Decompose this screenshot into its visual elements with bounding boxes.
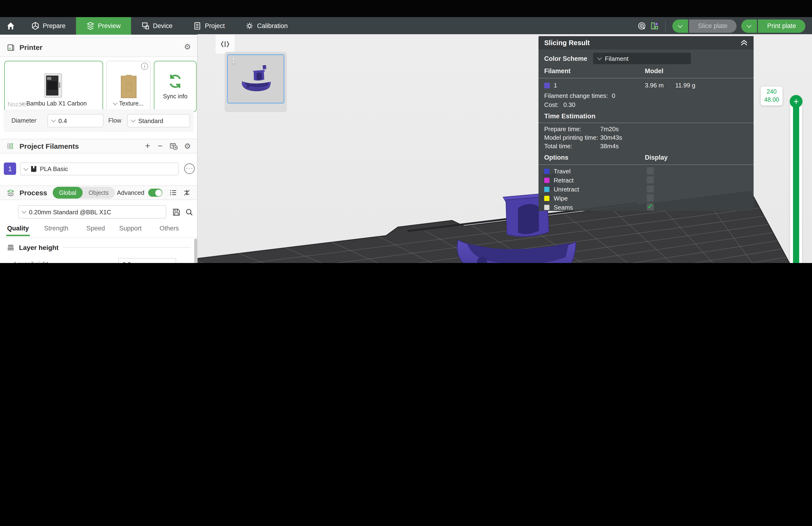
compare-settings-icon[interactable] — [183, 189, 191, 197]
filament-column-header: Filament — [544, 68, 570, 75]
time-value: 38m4s — [600, 143, 619, 150]
tab-preview[interactable]: Preview — [76, 17, 131, 35]
slice-plate-button[interactable]: Slice plate — [689, 19, 737, 32]
filament-spool-icon — [31, 166, 37, 172]
process-tab-support[interactable]: Support — [119, 225, 142, 232]
chevron-down-icon — [747, 23, 752, 28]
layer-slider-top-handle[interactable]: + — [790, 95, 802, 108]
add-filament-button[interactable]: + — [145, 141, 150, 151]
print-plate-label: Print plate — [767, 22, 796, 29]
sync-info-card[interactable]: Sync info — [154, 61, 197, 112]
sync-icon — [167, 73, 183, 89]
display-header: Display — [645, 154, 668, 161]
remove-filament-button[interactable]: − — [158, 141, 163, 151]
chevron-down-icon — [131, 118, 135, 122]
wipe-swatch — [544, 196, 549, 201]
slice-plate-dropdown[interactable] — [672, 19, 688, 32]
process-section-title: Process — [19, 189, 47, 197]
tab-project[interactable]: Project — [183, 17, 235, 35]
total-time-row: Total time: 38m4s — [544, 143, 748, 150]
options-header: Options — [544, 154, 568, 161]
tab-prepare[interactable]: Prepare — [21, 17, 76, 35]
tab-calibration[interactable]: Calibration — [235, 17, 298, 35]
left-panel: Printer ⚙ Bambu Lab X1 Carbon i — [0, 35, 198, 263]
filament-icon — [6, 142, 15, 150]
seams-swatch — [544, 205, 549, 210]
panel-collapse-icon[interactable] — [740, 40, 748, 46]
color-scheme-value: Filament — [605, 55, 629, 62]
print-plate-dropdown[interactable] — [741, 19, 757, 32]
save-preset-icon[interactable] — [172, 208, 180, 216]
plate-image — [119, 75, 138, 99]
list-view-icon[interactable] — [169, 189, 177, 197]
plate-thumbnail-selected: 1 — [227, 54, 285, 103]
sidebar-scrollbar[interactable] — [194, 239, 197, 263]
top-height-value: 48.00 — [764, 96, 780, 104]
process-scope-toggle: Global Objects — [53, 187, 115, 199]
filament-settings-gear-icon[interactable]: ⚙ — [184, 142, 191, 150]
printer-name: Bambu Lab X1 Carbon — [26, 100, 87, 107]
plate-type-card[interactable]: i Texture... — [106, 61, 150, 112]
wipe-display-checkbox[interactable] — [647, 194, 654, 201]
blocks-icon[interactable] — [651, 22, 658, 30]
viewport-3d[interactable]: Textured PEI Plate — [198, 34, 812, 263]
sidebar-collapse-button[interactable] — [216, 35, 235, 54]
tab-label: Device — [153, 22, 173, 29]
slicing-result-panel: Slicing Result Color Scheme Filament Fil… — [538, 36, 754, 211]
process-tab-quality[interactable]: Quality — [7, 225, 29, 232]
travel-swatch — [544, 169, 549, 174]
filament-dropdown[interactable]: PLA Basic — [20, 162, 178, 175]
prepare-icon — [31, 22, 40, 30]
plate-thumbnail[interactable]: 1 — [224, 52, 287, 112]
advanced-toggle[interactable] — [148, 189, 162, 197]
chevron-down-icon — [51, 118, 56, 122]
diameter-dropdown[interactable]: 0.4 — [47, 114, 103, 127]
unretract-display-checkbox[interactable] — [647, 185, 654, 193]
printer-image — [43, 73, 64, 98]
ams-sync-icon[interactable] — [169, 142, 177, 150]
travel-display-checkbox[interactable] — [647, 167, 654, 174]
process-preset-dropdown[interactable]: 0.20mm Standard @BBL X1C — [18, 205, 166, 218]
options-header-row: Options Display — [544, 154, 748, 161]
filaments-section-header: Project Filaments + − ⚙ — [0, 139, 198, 154]
result-table-header: Filament Model — [544, 68, 748, 75]
print-plate-split-button: Print plate — [741, 19, 806, 32]
flow-dropdown[interactable]: Standard — [127, 114, 190, 127]
process-tab-speed[interactable]: Speed — [86, 225, 105, 232]
option-row-retract: Retract — [544, 177, 748, 184]
flow-value: Standard — [138, 117, 163, 124]
search-icon[interactable] — [185, 208, 193, 216]
process-tab-strength[interactable]: Strength — [44, 225, 68, 232]
process-tab-others[interactable]: Others — [160, 225, 179, 232]
filament-slot-number: 1 — [8, 165, 12, 172]
collapse-panel-icon — [221, 41, 229, 47]
printer-settings-gear-icon[interactable]: ⚙ — [184, 43, 191, 51]
option-label: Seams — [554, 204, 573, 211]
retract-display-checkbox[interactable] — [647, 176, 654, 183]
plate-number: 1 — [231, 57, 235, 65]
time-label: Prepare time: — [544, 126, 581, 132]
top-layer-value: 240 — [764, 88, 780, 96]
sync-info-label: Sync info — [163, 93, 188, 100]
chevron-down-icon — [678, 23, 683, 28]
scope-global-button[interactable]: Global — [53, 187, 82, 199]
plate-name-row: Texture... — [114, 100, 144, 107]
printer-icon — [6, 43, 15, 51]
info-icon[interactable]: i — [141, 63, 148, 70]
orbit-icon[interactable] — [638, 22, 646, 30]
home-button[interactable] — [0, 17, 21, 35]
option-label: Unretract — [554, 186, 579, 193]
tab-device[interactable]: Device — [131, 17, 183, 35]
scope-objects-button[interactable]: Objects — [82, 187, 115, 199]
setting-label: Layer height — [14, 260, 48, 263]
active-tab-underline — [6, 235, 30, 236]
filament-more-button[interactable]: ··· — [184, 164, 195, 174]
layer-height-title: Layer height — [19, 243, 59, 251]
filament-slot-badge: 1 — [4, 162, 16, 175]
color-scheme-dropdown[interactable]: Filament — [593, 53, 691, 64]
layer-height-input[interactable]: 0.2mm — [118, 258, 176, 263]
print-plate-button[interactable]: Print plate — [758, 19, 806, 32]
tab-label: Prepare — [43, 22, 66, 29]
tabbar-right: Slice plate Print plate — [638, 17, 812, 35]
seams-display-checkbox[interactable] — [647, 203, 654, 211]
